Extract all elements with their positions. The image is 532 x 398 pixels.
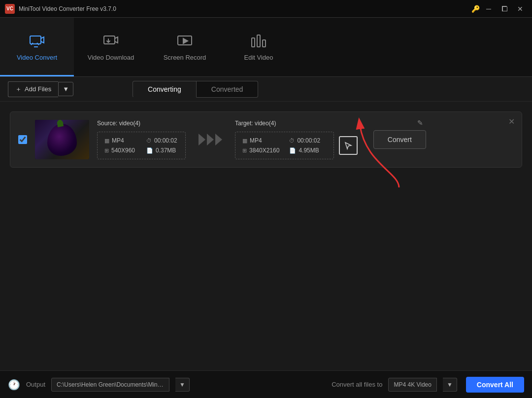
- video-convert-icon: [28, 32, 46, 50]
- clock-small-icon: ⏱: [146, 138, 152, 144]
- minimize-button[interactable]: ─: [482, 3, 496, 14]
- cursor-icon: [343, 141, 353, 150]
- app-title: MiniTool Video Converter Free v3.7.0: [19, 5, 116, 12]
- svg-rect-4: [252, 38, 255, 47]
- target-format-row: ▦ MP4: [242, 137, 279, 144]
- history-clock-icon[interactable]: 🕐: [8, 379, 20, 391]
- svg-rect-1: [104, 36, 115, 44]
- output-path-dropdown-button[interactable]: ▼: [175, 378, 190, 392]
- arrow-1: [199, 134, 205, 145]
- nav-item-video-convert[interactable]: Video Convert: [0, 18, 74, 76]
- nav-item-video-download[interactable]: Video Download: [74, 18, 148, 76]
- video-download-icon: [102, 32, 120, 50]
- source-duration-row: ⏱ 00:00:02: [146, 137, 178, 144]
- target-file-icon: 📄: [289, 147, 296, 154]
- triple-arrow: [199, 134, 222, 145]
- toolbar: ＋ Add Files ▼ Converting Converted: [0, 77, 532, 102]
- arrow-2: [207, 134, 214, 145]
- nav-item-edit-video[interactable]: Edit Video: [222, 18, 296, 76]
- arrows-section: [194, 134, 227, 145]
- target-label: Target: video(4): [235, 120, 358, 127]
- card-close-button[interactable]: ✕: [508, 117, 515, 126]
- svg-rect-6: [263, 40, 266, 47]
- convert-all-format-dropdown-button[interactable]: ▼: [443, 378, 457, 392]
- resolution-icon: ⊞: [104, 147, 109, 154]
- app-logo: VC: [5, 4, 15, 14]
- film-icon: ▦: [104, 138, 109, 144]
- target-format: MP4: [250, 137, 262, 144]
- nav-label-video-download: Video Download: [88, 54, 134, 61]
- source-duration: 00:00:02: [154, 137, 177, 144]
- add-files-group: ＋ Add Files ▼: [8, 81, 73, 97]
- target-block: Target: video(4) ▦ MP4 ⏱ 00:00:02 ⊞ 3840…: [235, 120, 358, 159]
- target-film-icon: ▦: [242, 138, 247, 144]
- source-size-row: 📄 0.37MB: [146, 147, 178, 154]
- convert-button[interactable]: Convert: [373, 130, 426, 149]
- target-duration: 00:00:02: [297, 137, 320, 144]
- source-label: Source: video(4): [97, 120, 186, 127]
- svg-marker-3: [183, 38, 188, 43]
- nav-label-video-convert: Video Convert: [17, 54, 57, 61]
- target-clock-icon: ⏱: [289, 138, 295, 144]
- file-icon: 📄: [146, 147, 153, 154]
- nav-bar: Video Convert Video Download Screen Reco…: [0, 18, 532, 77]
- add-files-button[interactable]: ＋ Add Files: [8, 81, 58, 97]
- key-icon: 🔑: [471, 5, 480, 13]
- target-edit-button[interactable]: ✎: [417, 119, 423, 127]
- target-info-box: ▦ MP4 ⏱ 00:00:02 ⊞ 3840X2160 📄 4.95MB: [235, 132, 334, 159]
- screen-record-icon: [176, 32, 194, 50]
- target-select-area: [339, 136, 358, 155]
- svg-rect-0: [30, 36, 41, 44]
- add-files-label: Add Files: [25, 85, 51, 93]
- source-resolution: 540X960: [111, 147, 135, 154]
- source-format: MP4: [112, 137, 124, 144]
- file-card: Source: video(4) ▦ MP4 ⏱ 00:00:02 ⊞ 540X…: [10, 111, 522, 168]
- source-resolution-row: ⊞ 540X960: [104, 147, 136, 154]
- title-bar: VC MiniTool Video Converter Free v3.7.0 …: [0, 0, 532, 18]
- svg-rect-5: [257, 35, 260, 47]
- target-resolution-row: ⊞ 3840X2160: [242, 147, 279, 154]
- convert-all-format-button[interactable]: MP4 4K Video: [388, 378, 437, 392]
- restore-button[interactable]: ⧠: [498, 3, 511, 14]
- target-resolution-icon: ⊞: [242, 147, 247, 154]
- bottom-bar: 🕐 Output C:\Users\Helen Green\Documents\…: [0, 370, 532, 398]
- source-format-row: ▦ MP4: [104, 137, 136, 144]
- tab-converted[interactable]: Converted: [197, 81, 259, 98]
- convert-all-button[interactable]: Convert All: [466, 377, 524, 393]
- nav-item-screen-record[interactable]: Screen Record: [148, 18, 222, 76]
- file-thumbnail: [35, 120, 89, 159]
- arrow-3: [215, 134, 222, 145]
- target-size-row: 📄 4.95MB: [289, 147, 326, 154]
- plus-icon: ＋: [15, 85, 22, 94]
- target-duration-row: ⏱ 00:00:02: [289, 137, 326, 144]
- source-block: Source: video(4) ▦ MP4 ⏱ 00:00:02 ⊞ 540X…: [97, 120, 186, 159]
- target-resolution: 3840X2160: [249, 147, 279, 154]
- edit-video-icon: [250, 32, 267, 50]
- nav-label-screen-record: Screen Record: [164, 54, 206, 61]
- tab-converting[interactable]: Converting: [133, 81, 197, 98]
- add-files-dropdown-button[interactable]: ▼: [58, 82, 73, 96]
- output-label: Output: [26, 381, 45, 388]
- source-info-box: ▦ MP4 ⏱ 00:00:02 ⊞ 540X960 📄 0.37MB: [97, 132, 186, 159]
- source-size: 0.37MB: [156, 147, 176, 154]
- convert-all-files-label: Convert all files to: [332, 381, 382, 388]
- target-size: 4.95MB: [299, 147, 319, 154]
- main-content: Source: video(4) ▦ MP4 ⏱ 00:00:02 ⊞ 540X…: [0, 102, 532, 370]
- close-button[interactable]: ✕: [513, 3, 527, 14]
- nav-label-edit-video: Edit Video: [244, 54, 273, 61]
- file-checkbox[interactable]: [18, 135, 27, 144]
- tab-group: Converting Converted: [133, 81, 258, 98]
- output-path-button[interactable]: C:\Users\Helen Green\Documents\MiniTool …: [51, 378, 169, 392]
- target-select-button[interactable]: [339, 136, 358, 155]
- window-controls: 🔑 ─ ⧠ ✕: [471, 3, 527, 14]
